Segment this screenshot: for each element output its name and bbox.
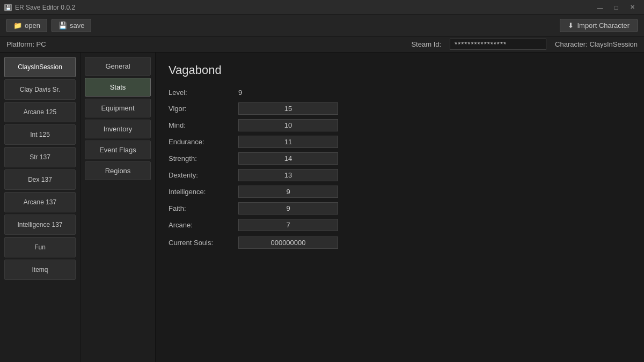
infobar-right: Steam Id: Character: ClaysInSession — [411, 39, 638, 50]
nav-btn-general[interactable]: General — [85, 57, 151, 76]
platform-label: Platform: PC — [6, 40, 46, 48]
nav-btn-regions[interactable]: Regions — [85, 161, 151, 180]
stats-container: Vigor:Mind:Endurance:Strength:Dexterity:… — [169, 102, 631, 231]
open-label: open — [25, 21, 40, 29]
level-label: Level: — [169, 88, 238, 97]
titlebar-left: 💾 ER Save Editor 0.0.2 — [4, 4, 75, 11]
stat-row-intelligence: Intelligence: — [169, 186, 631, 198]
char-btn-fun[interactable]: Fun — [4, 237, 76, 257]
stat-row-endurance: Endurance: — [169, 136, 631, 148]
character-class: Vagabond — [169, 63, 631, 77]
close-button[interactable]: ✕ — [625, 2, 640, 13]
stat-row-strength: Strength: — [169, 152, 631, 165]
steam-id-input[interactable] — [450, 39, 546, 50]
stat-label-strength: Strength: — [169, 154, 238, 162]
souls-input[interactable] — [238, 237, 338, 249]
stat-label-endurance: Endurance: — [169, 138, 238, 146]
stat-row-vigor: Vigor: — [169, 102, 631, 115]
app-title: ER Save Editor 0.0.2 — [15, 4, 75, 11]
save-icon: 💾 — [58, 21, 67, 29]
char-btn-arcane137[interactable]: Arcane 137 — [4, 192, 76, 212]
stat-input-vigor[interactable] — [238, 102, 338, 115]
char-btn-int125[interactable]: Int 125 — [4, 124, 76, 145]
import-character-button[interactable]: ⬇ Import Character — [560, 19, 638, 32]
souls-label: Current Souls: — [169, 239, 238, 247]
content-area: Vagabond Level: 9 Vigor:Mind:Endurance:S… — [156, 53, 644, 362]
titlebar-controls[interactable]: — □ ✕ — [592, 2, 640, 13]
titlebar: 💾 ER Save Editor 0.0.2 — □ ✕ — [0, 0, 644, 15]
import-icon: ⬇ — [568, 21, 574, 29]
nav-btn-event-flags[interactable]: Event Flags — [85, 141, 151, 159]
stat-row-faith: Faith: — [169, 202, 631, 215]
toolbar: 📁 open 💾 save ⬇ Import Character — [0, 15, 644, 36]
char-btn-intelligence137[interactable]: Intelligence 137 — [4, 215, 76, 235]
save-button[interactable]: 💾 save — [52, 19, 91, 32]
stat-label-intelligence: Intelligence: — [169, 188, 238, 196]
infobar: Platform: PC Steam Id: Character: ClaysI… — [0, 36, 644, 53]
stat-input-dexterity[interactable] — [238, 169, 338, 181]
app-icon: 💾 — [4, 4, 12, 11]
char-btn-str137[interactable]: Str 137 — [4, 147, 76, 167]
open-icon: 📁 — [13, 21, 22, 29]
stat-input-faith[interactable] — [238, 202, 338, 215]
maximize-button[interactable]: □ — [609, 2, 624, 13]
char-btn-clays[interactable]: ClaysInSession — [4, 57, 76, 77]
import-label: Import Character — [577, 21, 630, 29]
stat-row-dexterity: Dexterity: — [169, 169, 631, 181]
minimize-button[interactable]: — — [592, 2, 608, 13]
level-row: Level: 9 — [169, 87, 631, 98]
stat-input-arcane[interactable] — [238, 219, 338, 231]
character-label: Character: ClaysInSession — [555, 40, 638, 48]
character-list: ClaysInSessionClay Davis Sr.Arcane 125In… — [0, 53, 80, 362]
stat-label-vigor: Vigor: — [169, 105, 238, 113]
nav-list: GeneralStatsEquipmentInventoryEvent Flag… — [80, 53, 156, 362]
stat-input-endurance[interactable] — [238, 136, 338, 148]
char-btn-dex137[interactable]: Dex 137 — [4, 169, 76, 190]
stat-input-mind[interactable] — [238, 119, 338, 131]
stat-row-mind: Mind: — [169, 119, 631, 131]
char-btn-itemq[interactable]: Itemq — [4, 260, 76, 280]
stat-input-intelligence[interactable] — [238, 186, 338, 198]
stat-row-arcane: Arcane: — [169, 219, 631, 231]
char-btn-arcane125[interactable]: Arcane 125 — [4, 102, 76, 122]
save-label: save — [70, 21, 84, 29]
toolbar-left: 📁 open 💾 save — [6, 19, 91, 32]
stat-label-mind: Mind: — [169, 121, 238, 129]
main-layout: ClaysInSessionClay Davis Sr.Arcane 125In… — [0, 53, 644, 362]
steam-id-label: Steam Id: — [411, 40, 441, 48]
stat-label-faith: Faith: — [169, 204, 238, 212]
stat-label-dexterity: Dexterity: — [169, 171, 238, 179]
nav-btn-equipment[interactable]: Equipment — [85, 99, 151, 117]
nav-btn-inventory[interactable]: Inventory — [85, 120, 151, 138]
nav-btn-stats[interactable]: Stats — [85, 78, 151, 97]
level-value: 9 — [238, 87, 242, 98]
char-btn-clay-davis[interactable]: Clay Davis Sr. — [4, 79, 76, 100]
stat-label-arcane: Arcane: — [169, 221, 238, 229]
stat-input-strength[interactable] — [238, 152, 338, 165]
souls-row: Current Souls: — [169, 237, 631, 249]
open-button[interactable]: 📁 open — [6, 19, 47, 32]
